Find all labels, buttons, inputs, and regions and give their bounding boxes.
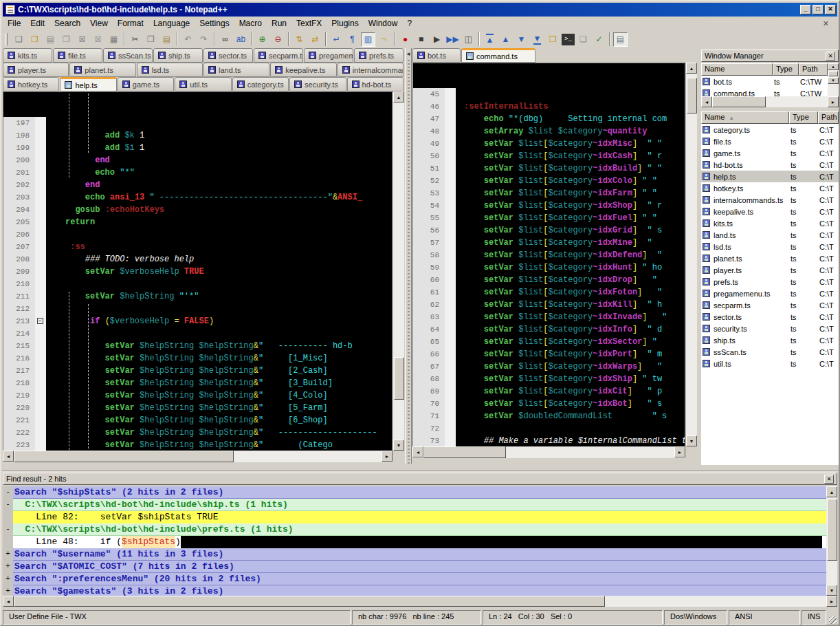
code-line[interactable]: 223 setVar $helpString $helpString&" (Ca… (3, 439, 392, 451)
code-line[interactable]: 215 setVar $helpString $helpString&" ---… (3, 340, 392, 352)
code-line[interactable]: 209 setVar $verboseHelp TRUE (3, 266, 392, 278)
code-line[interactable]: 198 add $k 1 (3, 129, 392, 142)
goto-top-icon[interactable]: ▲ (483, 32, 497, 47)
code-line[interactable]: 63 setVar $list[$category~idxInvade] " (413, 311, 685, 323)
save-icon[interactable]: ▤ (43, 32, 58, 47)
left-editor-horizontal-scrollbar[interactable]: ◄ ► (3, 451, 393, 462)
tab-prefs.ts[interactable]: prefs.ts (354, 48, 404, 63)
code-line[interactable]: 60 setVar $list[$category~idxDrop] " (413, 274, 685, 286)
open-file-icon[interactable]: ❒ (27, 32, 42, 47)
maximize-button[interactable]: □ (813, 5, 824, 14)
right-editor-vertical-scrollbar[interactable]: ▲ ▼ (685, 63, 697, 446)
macro-play-icon[interactable]: ▶ (430, 32, 444, 47)
tab-sector.ts[interactable]: sector.ts (203, 48, 253, 63)
code-line[interactable]: 222 setVar $helpString $helpString&" ---… (3, 427, 392, 439)
tab-planet.ts[interactable]: planet.ts (69, 63, 135, 77)
code-line[interactable]: 54 setVar $list[$category~idxShop] " r (413, 199, 685, 212)
goto-bottom-icon[interactable]: ▼ (530, 32, 544, 47)
code-line[interactable]: 70 setVar $list[$category~idxBot] " s (413, 398, 685, 410)
find-result-horizontal-scrollbar[interactable]: ◄ ► (3, 596, 837, 607)
tab-kits.ts[interactable]: kits.ts (3, 48, 52, 63)
left-editor-vertical-scrollbar[interactable]: ▲ ▼ (393, 91, 404, 451)
code-line[interactable]: 207 :ss (3, 241, 392, 253)
scroll-right-icon[interactable]: ► (674, 446, 685, 457)
code-line[interactable]: 72 (413, 422, 685, 435)
code-line[interactable]: 56 setVar $list[$category~idxGrid] " s (413, 224, 685, 237)
code-line[interactable]: 62 setVar $list[$category~idxKill] " h (413, 299, 685, 311)
scroll-down-icon[interactable]: ▼ (828, 77, 839, 84)
open-documents-vertical-scrollbar[interactable]: ▲ ▼ (828, 63, 839, 96)
close-button[interactable]: ✕ (825, 5, 836, 14)
right-editor[interactable]: 4546:setInternalLists47 echo "*(dbg) Set… (412, 63, 685, 446)
toolbar-grip[interactable] (5, 33, 8, 45)
scroll-left-icon[interactable]: ◄ (3, 596, 14, 607)
file-list-row[interactable]: lsd.tstsC:\T (701, 241, 839, 252)
left-editor[interactable]: 197198 add $k 1199 add $i 1200 end201 ec… (3, 91, 393, 451)
tab-secparm.ts[interactable]: secparm.ts (254, 48, 303, 63)
code-line[interactable]: 53 setVar $list[$category~idxFarm] " " (413, 187, 685, 199)
code-line[interactable]: 67 setVar $list[$category~idxWarps] " (413, 360, 685, 373)
find-result-row[interactable]: Line 48: if ($shipStats) (3, 536, 826, 548)
resize-grip[interactable] (828, 610, 837, 625)
copy-icon[interactable]: ❐ (144, 32, 158, 47)
find-result-row[interactable]: +Search "$gamestats" (3 hits in 2 files) (3, 585, 826, 596)
sync-vertical-icon[interactable]: ⇅ (292, 32, 307, 47)
code-line[interactable]: 65 setVar $list[$category~idxSector] " (413, 336, 685, 348)
tab-pregamemenu.ts[interactable]: pregamemenu.ts (304, 48, 353, 63)
file-list-row[interactable]: ship.tstsC:\T (701, 334, 839, 346)
scroll-down-icon[interactable]: ▼ (393, 440, 404, 451)
file-list-row[interactable]: sector.tstsC:\T (701, 311, 839, 323)
expand-collapse-icon[interactable]: - (3, 499, 13, 511)
indent-guide-icon[interactable]: ▥ (361, 32, 375, 47)
file-list-row[interactable]: internalcommands.tstsC:\T (701, 194, 839, 206)
close-icon[interactable]: ✕ (826, 52, 835, 61)
code-line[interactable]: 213− if ($verboseHelp = FALSE) (3, 315, 392, 327)
file-list-row[interactable]: help.tstsC:\T (701, 171, 839, 182)
splitter-collapse-icon[interactable]: ◄ (406, 51, 411, 57)
code-line[interactable]: 73 ## Make a variable $internalCommandLi… (413, 435, 685, 446)
code-line[interactable]: 214 (3, 327, 392, 340)
column-header-path[interactable]: Path (799, 63, 828, 76)
tab-ship.ts[interactable]: ship.ts (153, 48, 203, 63)
tab-land.ts[interactable]: land.ts (203, 63, 269, 77)
tab-game.ts[interactable]: game.ts (118, 77, 174, 91)
tab-player.ts[interactable]: player.ts (3, 63, 69, 77)
file-list-row[interactable]: hd-bot.tstsC:\T (701, 159, 839, 171)
tab-util.ts[interactable]: util.ts (175, 77, 231, 91)
scroll-right-icon[interactable]: ► (828, 96, 839, 107)
column-header-type[interactable]: Type (773, 63, 799, 76)
code-line[interactable]: 51 setVar $list[$category~idxBuild] " " (413, 162, 685, 175)
file-list-row[interactable]: player.tstsC:\T (701, 264, 839, 276)
file-list-row[interactable]: command.tstsC:\TW (701, 87, 828, 96)
find-result-row[interactable]: - C:\TWX\scripts\hd-bot\hd-include\prefs… (3, 524, 826, 536)
macro-save-icon[interactable]: ◫ (461, 32, 476, 47)
menu-edit[interactable]: Edit (25, 17, 49, 30)
code-line[interactable]: 200 end (3, 154, 392, 166)
code-line[interactable]: 46:setInternalLists (413, 100, 685, 113)
scroll-right-icon[interactable]: ► (382, 451, 393, 462)
spell-check-icon[interactable]: ✓ (592, 32, 606, 47)
code-line[interactable]: 219 setVar $helpString $helpString&" [4_… (3, 389, 392, 402)
file-list-row[interactable]: prefs.tstsC:\T (701, 276, 839, 288)
find-result-row[interactable]: - C:\TWX\scripts\hd-bot\hd-include\ship.… (3, 499, 826, 511)
code-line[interactable]: 216 setVar $helpString $helpString&" [1_… (3, 352, 392, 365)
code-line[interactable]: 48 setArray $list $category~quantity (413, 125, 685, 138)
code-line[interactable]: 59 setVar $list[$category~idxHunt] " ho (413, 261, 685, 274)
code-line[interactable]: 206 (3, 228, 392, 241)
code-line[interactable]: 52 setVar $list[$category~idxColo] " " (413, 175, 685, 187)
find-result-row[interactable]: +Search "$ATOMIC_COST" (7 hits in 2 file… (3, 561, 826, 573)
code-line[interactable]: 210 (3, 278, 392, 290)
expand-collapse-icon[interactable]: + (3, 548, 13, 561)
code-line[interactable]: 221 setVar $helpString $helpString&" [6_… (3, 414, 392, 427)
file-list-row[interactable]: secparm.tstsC:\T (701, 299, 839, 311)
code-line[interactable]: 50 setVar $list[$category~idxCash] " r (413, 150, 685, 162)
code-line[interactable]: 212 (3, 303, 392, 315)
sync-horizontal-icon[interactable]: ⇄ (308, 32, 322, 47)
code-line[interactable]: 199 add $i 1 (3, 142, 392, 154)
code-line[interactable]: 69 setVar $list[$category~idxCit] " p (413, 385, 685, 398)
undo-icon[interactable]: ↶ (181, 32, 195, 47)
find-result-vertical-scrollbar[interactable]: ▲ ▼ (826, 486, 837, 596)
column-header-path[interactable]: Path (818, 111, 839, 124)
code-line[interactable]: 71 setVar $doubledCommandList " s (413, 410, 685, 422)
paste-icon[interactable]: ▤ (159, 32, 174, 47)
